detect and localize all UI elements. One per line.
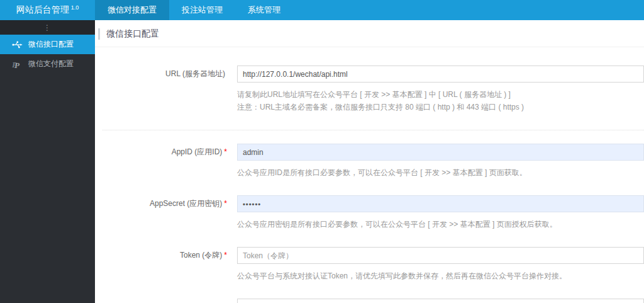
wechat-config-form: URL (服务器地址) 请复制此URL地址填写在公众号平台 [ 开发 >> 基本… (95, 47, 644, 303)
nav-tab-label: 系统管理 (248, 4, 280, 16)
help-text: 请复制此URL地址填写在公众号平台 [ 开发 >> 基本配置 ] 中 [ URL… (237, 88, 644, 101)
dotted-separator (103, 130, 644, 130)
aeskey-label: Encoding AESKey (95, 299, 227, 303)
url-label: URL (服务器地址) (95, 66, 227, 83)
help-text: 公众号应用密钥是所有接口必要参数，可以在公众号平台 [ 开发 >> 基本配置 ]… (237, 218, 644, 231)
field-appid: AppID (应用ID)* 公众号应用ID是所有接口必要参数，可以在公众号平台 … (95, 144, 644, 179)
url-input[interactable] (237, 66, 644, 83)
top-nav: 微信对接配置 投注站管理 系统管理 (95, 0, 293, 20)
nav-tab-label: 投注站管理 (182, 4, 223, 16)
token-input[interactable] (237, 247, 644, 264)
sidebar-item-wechat-interface[interactable]: 微信接口配置 (0, 35, 95, 54)
field-token: Token (令牌)* 公众号平台与系统对接认证Token，请优先填写此参数并保… (95, 247, 644, 282)
nav-tab-system[interactable]: 系统管理 (235, 0, 293, 20)
svg-text:P: P (14, 60, 20, 69)
app-version: 1.0 (71, 4, 79, 11)
appsecret-input[interactable] (237, 195, 644, 212)
sidebar-toggle-button[interactable]: ⋮ (0, 20, 95, 35)
appid-input[interactable] (237, 144, 644, 161)
topbar: 网站后台管理1.0 微信对接配置 投注站管理 系统管理 (0, 0, 644, 20)
help-text: 公众号应用ID是所有接口必要参数，可以在公众号平台 [ 开发 >> 基本配置 ]… (237, 166, 644, 179)
usb-icon (12, 40, 23, 49)
sidebar-item-wechat-pay[interactable]: P P 微信支付配置 (0, 54, 95, 74)
app-logo: 网站后台管理1.0 (0, 0, 95, 20)
token-label: Token (令牌)* (95, 247, 227, 264)
main-content: 微信接口配置 URL (服务器地址) 请复制此URL地址填写在公众号平台 [ 开… (95, 20, 644, 303)
sidebar-item-label: 微信支付配置 (28, 59, 74, 69)
nav-tab-label: 微信对接配置 (108, 4, 157, 16)
ellipsis-icon: ⋮ (43, 23, 52, 32)
field-aeskey: Encoding AESKey 公众号平台接口设置为加密模式，消息加密密钥必需填… (95, 299, 644, 303)
required-asterisk: * (224, 147, 227, 156)
field-appsecret: AppSecret (应用密钥)* 公众号应用密钥是所有接口必要参数，可以在公众… (95, 195, 644, 231)
required-asterisk: * (224, 199, 227, 208)
sidebar-item-label: 微信接口配置 (28, 39, 74, 50)
aeskey-input[interactable] (237, 299, 644, 303)
appid-label: AppID (应用ID)* (95, 144, 227, 161)
nav-tab-wechat-config[interactable]: 微信对接配置 (95, 0, 169, 20)
page-title: 微信接口配置 (98, 28, 644, 40)
appid-help: 公众号应用ID是所有接口必要参数，可以在公众号平台 [ 开发 >> 基本配置 ]… (237, 166, 644, 179)
required-asterisk: * (224, 251, 227, 260)
field-url: URL (服务器地址) 请复制此URL地址填写在公众号平台 [ 开发 >> 基本… (95, 66, 644, 113)
url-help: 请复制此URL地址填写在公众号平台 [ 开发 >> 基本配置 ] 中 [ URL… (237, 88, 644, 113)
app-title: 网站后台管理 (16, 4, 69, 16)
page-header: 微信接口配置 (95, 20, 644, 47)
paypal-icon: P P (12, 60, 23, 69)
token-help: 公众号平台与系统对接认证Token，请优先填写此参数并保存，然后再在微信公众号平… (237, 270, 644, 282)
help-text: 公众号平台与系统对接认证Token，请优先填写此参数并保存，然后再在微信公众号平… (237, 270, 644, 282)
nav-tab-betting-station[interactable]: 投注站管理 (169, 0, 235, 20)
appsecret-help: 公众号应用密钥是所有接口必要参数，可以在公众号平台 [ 开发 >> 基本配置 ]… (237, 218, 644, 231)
sidebar: ⋮ 微信接口配置 P P 微信支付配置 (0, 20, 95, 303)
appsecret-label: AppSecret (应用密钥)* (95, 195, 227, 212)
help-text: 注意：URL主域名必需备案，微信服务接口只支持 80 端口 ( http ) 和… (237, 101, 644, 113)
